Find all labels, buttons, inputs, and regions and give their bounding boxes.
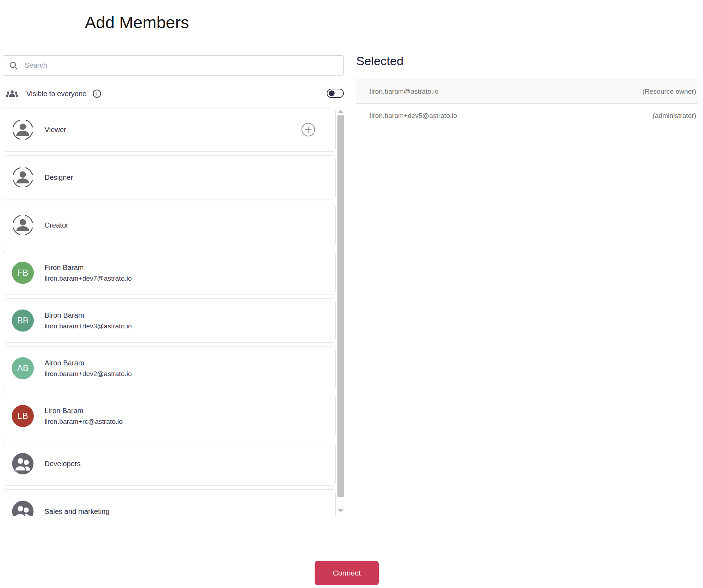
user-email: liron.baram+dev3@astrato.io <box>45 322 132 330</box>
search-input[interactable] <box>24 61 338 70</box>
visibility-toggle[interactable] <box>327 89 344 98</box>
scroll-down-arrow-icon[interactable] <box>338 509 343 512</box>
visibility-label: Visible to everyone <box>26 90 87 98</box>
list-item-role[interactable]: Creator <box>3 203 336 247</box>
member-list-viewport: Viewer Designer <box>3 108 344 516</box>
connect-button[interactable]: Connect <box>315 561 379 585</box>
selected-role: (Resource owner) <box>642 88 696 95</box>
role-person-icon <box>12 119 34 141</box>
role-label: Viewer <box>45 126 66 134</box>
list-item-user[interactable]: AB Airon Baram liron.baram+dev2@astrato.… <box>3 346 336 390</box>
avatar-initials: LB <box>17 411 28 421</box>
group-label: Developers <box>45 460 81 468</box>
search-box[interactable] <box>3 55 344 76</box>
role-person-icon <box>12 166 34 188</box>
avatar: FB <box>12 262 34 284</box>
scrollbar-thumb[interactable] <box>337 115 344 497</box>
list-item-user[interactable]: FB Firon Baram liron.baram+dev7@astrato.… <box>3 251 336 295</box>
groups-icon <box>6 89 19 98</box>
list-item-group[interactable]: Developers <box>3 442 336 486</box>
scrollbar[interactable] <box>337 108 344 516</box>
avatar: LB <box>12 405 34 427</box>
list-item-user[interactable]: LB Liron Baram liron.baram+rc@astrato.io <box>3 394 336 438</box>
user-email: liron.baram+dev7@astrato.io <box>45 275 132 282</box>
role-label: Designer <box>45 173 73 182</box>
list-item-user[interactable]: BB Biron Baram liron.baram+dev3@astrato.… <box>3 298 336 343</box>
avatar-initials: FB <box>17 268 29 278</box>
user-name: Biron Baram <box>45 311 132 319</box>
list-item-role[interactable]: Viewer <box>3 108 336 152</box>
selected-title: Selected <box>356 53 698 68</box>
member-list: Viewer Designer <box>3 108 336 516</box>
info-icon[interactable] <box>92 89 102 98</box>
avatar-initials: BB <box>17 316 29 326</box>
group-label: Sales and marketing <box>45 508 109 516</box>
scroll-up-arrow-icon[interactable] <box>338 110 343 113</box>
selected-rows: liron.baram@astrato.io (Resource owner) … <box>356 79 698 128</box>
search-icon <box>9 61 18 70</box>
list-item-role[interactable]: Designer <box>3 155 336 199</box>
user-name: Airon Baram <box>45 359 132 367</box>
role-label: Creator <box>45 221 68 229</box>
user-email: liron.baram+rc@astrato.io <box>45 418 123 426</box>
page-title: Add Members <box>85 12 189 33</box>
member-picker-panel: Visible to everyone Viewer <box>3 55 344 516</box>
user-name: Firon Baram <box>45 264 132 272</box>
user-name: Liron Baram <box>45 407 123 415</box>
group-icon <box>12 500 34 516</box>
toggle-knob <box>329 90 335 96</box>
add-icon[interactable] <box>301 123 315 137</box>
visibility-row: Visible to everyone <box>3 87 344 101</box>
avatar-initials: AB <box>17 363 29 373</box>
selected-panel: Selected liron.baram@astrato.io (Resourc… <box>356 53 698 128</box>
group-icon <box>12 453 34 475</box>
avatar: BB <box>12 309 34 332</box>
selected-role: (administrator) <box>653 112 696 120</box>
role-person-icon <box>12 214 34 236</box>
selected-row[interactable]: liron.baram@astrato.io (Resource owner) <box>356 79 698 103</box>
list-item-group[interactable]: Sales and marketing <box>3 489 336 516</box>
selected-email: liron.baram@astrato.io <box>370 88 438 95</box>
avatar: AB <box>12 357 34 379</box>
selected-email: liron.baram+dev5@astrato.io <box>370 112 457 120</box>
selected-row[interactable]: liron.baram+dev5@astrato.io (administrat… <box>356 103 698 128</box>
user-email: liron.baram+dev2@astrato.io <box>45 370 132 378</box>
